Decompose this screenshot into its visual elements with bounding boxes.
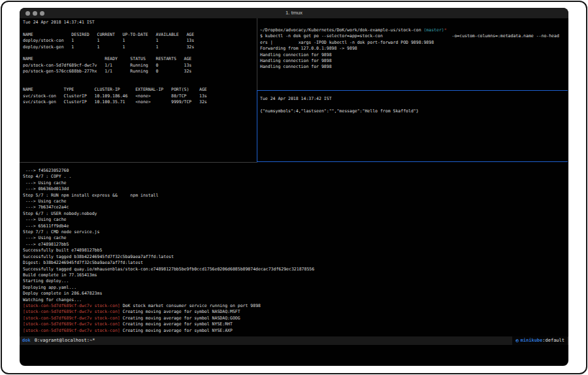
terminal-window: 1. tmux Tue 24 Apr 2018 14:37:41 IST NAM…	[20, 8, 568, 366]
port-forward-pane[interactable]: ~/Dropbox/advocacy/Kubernetes/DoK/work/d…	[258, 18, 568, 99]
kube-namespace: :default	[542, 336, 564, 345]
tmux-status-bar: dok 0:vagrant@localhost:~* minikube :def…	[20, 336, 568, 345]
screenshot-canvas: 1. tmux Tue 24 Apr 2018 14:37:41 IST NAM…	[0, 0, 588, 375]
window-title: 1. tmux	[20, 8, 568, 18]
session-name-badge[interactable]: dok	[22, 336, 31, 345]
skaffold-build-log-pane[interactable]: ---> f45623052760Step 4/7 : COPY . . ---…	[20, 163, 568, 340]
kubectl-watch-pane[interactable]: Tue 24 Apr 2018 14:37:41 IST NAME DESIRE…	[20, 18, 260, 163]
window-titlebar: 1. tmux	[20, 8, 568, 18]
kube-context-badge[interactable]: minikube :default	[512, 336, 567, 345]
pane-divider-vertical[interactable]	[257, 18, 257, 90]
curl-output-pane-active[interactable]: Tue 24 Apr 2018 14:37:42 IST {"numsymbol…	[257, 90, 568, 162]
window-status-label[interactable]: 0:vagrant@localhost:~*	[35, 336, 95, 345]
kube-context-name: minikube	[521, 336, 543, 345]
helm-wheel-icon	[515, 339, 519, 342]
